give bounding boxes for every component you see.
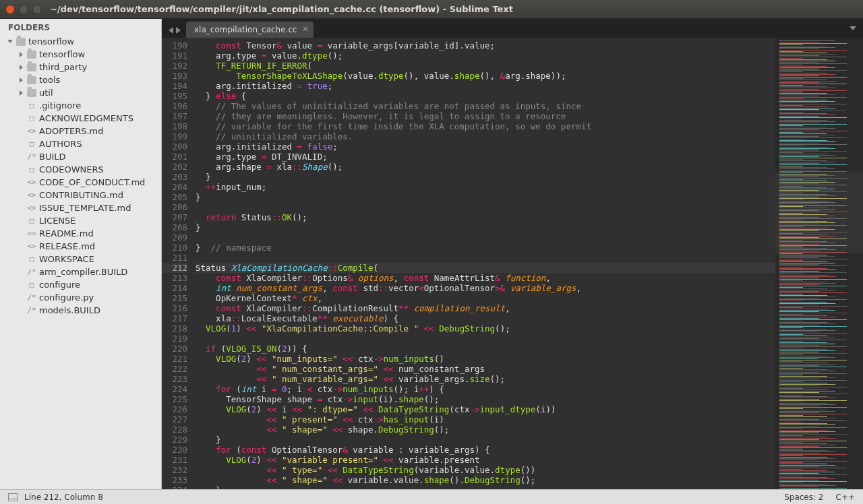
status-syntax[interactable]: C++ — [836, 493, 856, 502]
code-line[interactable]: } — [196, 222, 775, 232]
file-type-icon: □ — [27, 280, 36, 289]
tree-folder[interactable]: third_party — [15, 61, 158, 73]
code-line[interactable]: OpKernelContext* ctx, — [196, 293, 775, 303]
tree-item-label: configure — [39, 280, 80, 290]
code-line[interactable]: } else { — [196, 91, 775, 101]
code-line[interactable]: TensorShape shape = ctx->input(i).shape(… — [196, 394, 775, 404]
tab-close-icon[interactable]: × — [303, 26, 309, 32]
tree-folder[interactable]: util — [15, 86, 158, 99]
code-line[interactable]: // variable for the first time inside th… — [196, 121, 775, 131]
code-line[interactable]: arg.type = value.dtype(); — [196, 51, 775, 61]
code-line[interactable]: VLOG(2) << "num_inputs=" << ctx->num_inp… — [196, 354, 775, 364]
line-number: 205 — [162, 192, 187, 202]
code-line[interactable] — [196, 334, 775, 344]
code-line[interactable]: return Status::OK(); — [196, 212, 775, 222]
tree-file[interactable]: □LICENSE — [15, 214, 158, 227]
window-max-button[interactable] — [32, 5, 42, 14]
tree-file[interactable]: □configure — [15, 278, 158, 291]
code-line[interactable]: << " shape=" << variable.value.shape().D… — [196, 475, 775, 485]
code-line[interactable]: } — [196, 172, 775, 182]
tree-file[interactable]: <>ADOPTERS.md — [15, 125, 158, 137]
window-min-button[interactable] — [19, 5, 28, 14]
code-line[interactable]: } — [196, 485, 775, 489]
tree-file[interactable]: /*models.BUILD — [15, 304, 158, 317]
code-line[interactable]: arg.type = DT_INVALID; — [196, 152, 775, 162]
tree-item-label: arm_compiler.BUILD — [39, 267, 127, 277]
code-line[interactable]: << " num_variable_args=" << variable_arg… — [196, 374, 775, 384]
line-number: 191 — [162, 51, 187, 61]
panel-toggle-icon[interactable] — [8, 493, 18, 501]
tree-file[interactable]: /*configure.py — [15, 291, 158, 304]
window-close-button[interactable] — [5, 5, 15, 14]
tree-folder[interactable]: tools — [15, 73, 158, 86]
code-editor[interactable]: const Tensor& value = variable_args[vari… — [193, 38, 775, 489]
file-type-icon: □ — [27, 114, 36, 123]
code-line[interactable]: Status XlaCompilationCache::Compile( — [196, 263, 775, 273]
code-line[interactable]: << " type=" << DataTypeString(variable.v… — [196, 465, 775, 475]
code-line[interactable]: for (int i = 0; i < ctx->num_inputs(); i… — [196, 384, 775, 394]
tree-file[interactable]: □CODEOWNERS — [15, 163, 158, 176]
tab-nav-forward-icon[interactable] — [176, 27, 181, 34]
tab-file[interactable]: xla_compilation_cache.cc × — [186, 22, 314, 38]
code-line[interactable]: int num_constant_args, const std::vector… — [196, 283, 775, 293]
code-line[interactable]: } // namespace — [196, 243, 775, 253]
code-line[interactable]: << " shape=" << shape.DebugString(); — [196, 424, 775, 435]
disclosure-icon — [18, 51, 24, 58]
file-type-icon: <> — [27, 242, 36, 251]
minimap[interactable] — [775, 38, 863, 489]
tree-file[interactable]: □ACKNOWLEDGMENTS — [15, 112, 158, 125]
code-line[interactable]: const XlaCompiler::Options& options, con… — [196, 273, 775, 283]
code-line[interactable]: const XlaCompiler::CompilationResult** c… — [196, 303, 775, 313]
line-number: 220 — [162, 344, 187, 354]
code-line[interactable]: } — [196, 192, 775, 202]
folder-icon — [27, 63, 36, 71]
code-line[interactable]: TF_RETURN_IF_ERROR( — [196, 61, 775, 71]
tree-file[interactable]: <>CONTRIBUTING.md — [15, 189, 158, 201]
code-line[interactable]: << " present=" << ctx->has_input(i) — [196, 414, 775, 424]
disclosure-icon — [18, 77, 24, 84]
tree-file[interactable]: <>RELEASE.md — [15, 240, 158, 253]
tree-item-label: tensorflow — [39, 49, 85, 59]
code-line[interactable] — [196, 253, 775, 263]
code-line[interactable]: // they are meaningless. However, it is … — [196, 111, 775, 121]
code-line[interactable]: arg.initialized = true; — [196, 81, 775, 91]
code-line[interactable] — [196, 202, 775, 212]
tree-item-label: README.md — [39, 228, 94, 239]
code-line[interactable]: VLOG(2) << i << ": dtype=" << DataTypeSt… — [196, 404, 775, 414]
tree-item-label: models.BUILD — [39, 305, 100, 315]
code-line[interactable]: for (const OptionalTensor& variable : va… — [196, 445, 775, 455]
line-number: 228 — [162, 424, 187, 435]
tree-file[interactable]: □WORKSPACE — [15, 253, 158, 265]
tree-file[interactable]: <>README.md — [15, 227, 158, 240]
disclosure-icon — [18, 179, 24, 186]
code-line[interactable] — [196, 232, 775, 243]
tab-nav-back-icon[interactable] — [169, 27, 173, 34]
folder-icon — [27, 51, 36, 59]
tree-folder[interactable]: tensorflow — [15, 48, 158, 61]
code-line[interactable]: VLOG(1) << "XlaCompilationCache::Compile… — [196, 323, 775, 334]
code-line[interactable]: if (VLOG_IS_ON(2)) { — [196, 344, 775, 354]
tree-file[interactable]: □AUTHORS — [15, 137, 158, 150]
code-line[interactable]: arg.initialized = false; — [196, 141, 775, 152]
disclosure-icon — [18, 192, 24, 199]
minimap-viewport[interactable] — [775, 172, 863, 253]
code-line[interactable]: } — [196, 435, 775, 445]
tree-file[interactable]: <>ISSUE_TEMPLATE.md — [15, 201, 158, 214]
code-line[interactable]: // uninitialized variables. — [196, 131, 775, 141]
tree-file[interactable]: /*arm_compiler.BUILD — [15, 265, 158, 278]
code-line[interactable]: xla::LocalExecutable** executable) { — [196, 313, 775, 323]
code-line[interactable]: VLOG(2) << "variable present=" << variab… — [196, 455, 775, 465]
tree-file[interactable]: /*BUILD — [15, 150, 158, 163]
code-line[interactable]: TensorShapeToXLAShape(value.dtype(), val… — [196, 71, 775, 81]
tree-file[interactable]: <>CODE_OF_CONDUCT.md — [15, 176, 158, 189]
tab-overflow-menu[interactable] — [850, 26, 856, 30]
code-line[interactable]: // The values of uninitialized variables… — [196, 101, 775, 111]
code-line[interactable]: arg.shape = xla::Shape(); — [196, 162, 775, 172]
tree-file[interactable]: □.gitignore — [15, 99, 158, 112]
status-indent[interactable]: Spaces: 2 — [784, 493, 823, 502]
folder-icon — [16, 38, 26, 46]
code-line[interactable]: const Tensor& value = variable_args[vari… — [196, 40, 775, 51]
code-line[interactable]: ++input_num; — [196, 182, 775, 192]
code-line[interactable]: << " num_constant_args=" << num_constant… — [196, 364, 775, 374]
tree-folder[interactable]: tensorflow — [4, 35, 158, 48]
